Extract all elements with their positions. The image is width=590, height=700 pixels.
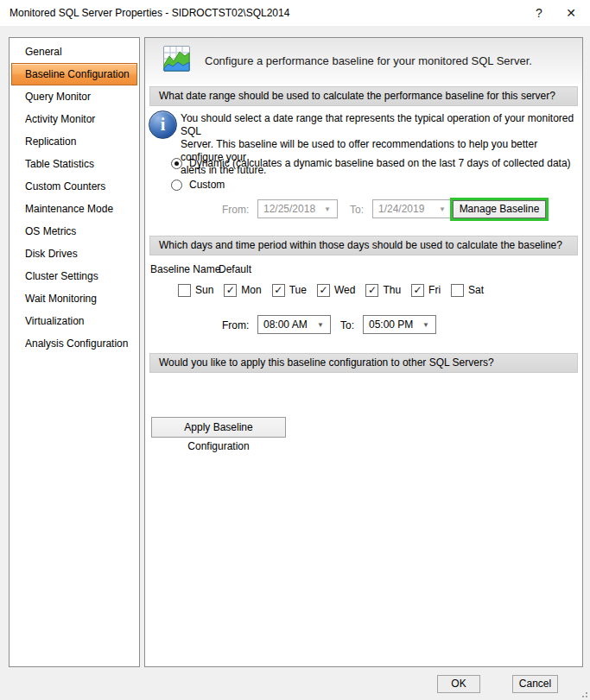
mon-checkbox-label[interactable]: Mon [241,284,261,296]
help-button[interactable]: ? [529,0,549,26]
sidebar-item-label: Wait Monitoring [25,293,97,305]
sidebar-item-activity-monitor[interactable]: Activity Monitor [11,108,137,130]
day-mon: Mon [224,284,261,297]
radio-row-dynamic: Dynamic (calculates a dynamic baseline b… [171,156,571,170]
baseline-configuration-panel: Configure a performance baseline for you… [144,37,583,667]
time-to-value: 05:00 PM [369,318,413,331]
green-highlight-box: Manage Baseline [450,198,549,221]
date-from-label: From: [222,200,249,219]
apply-section-heading: Would you like to apply this baseline co… [149,353,578,373]
sidebar-item-label: Analysis Configuration [25,337,128,350]
thu-checkbox-label[interactable]: Thu [383,284,401,296]
date-to-value: 1/24/2019 [378,203,424,215]
sidebar-item-wait-monitoring[interactable]: Wait Monitoring [11,287,137,310]
sidebar-item-virtualization[interactable]: Virtualization [11,310,137,332]
sidebar-item-label: Table Statistics [25,158,94,170]
sidebar-item-baseline-configuration[interactable]: Baseline Configuration [11,63,137,85]
custom-radio[interactable] [171,180,182,191]
panel-header: Configure a performance baseline for you… [145,38,582,84]
sidebar-item-label: Maintenance Mode [25,203,113,215]
info-text-line: You should select a date range that repr… [181,112,582,138]
day-sun: Sun [178,284,213,297]
time-to-dropdown[interactable]: 05:00 PM ▼ [363,315,436,334]
sidebar-item-replication[interactable]: Replication [11,130,137,153]
custom-radio-label[interactable]: Custom [189,179,225,191]
day-fri: Fri [411,284,441,297]
days-checkbox-row: Sun Mon Tue Wed Thu Fri Sat [178,283,484,297]
fri-checkbox-label[interactable]: Fri [428,284,441,296]
date-to-dropdown: 1/24/2019 ▼ [372,199,453,218]
time-to-label: To: [340,316,354,335]
sidebar-item-query-monitor[interactable]: Query Monitor [11,85,137,108]
time-from-label: From: [222,316,249,335]
performance-chart-icon [162,45,193,75]
sidebar-item-label: Disk Drives [25,248,78,260]
sidebar-item-label: Activity Monitor [25,113,95,125]
title-bar: Monitored SQL Server Properties - SIDROC… [0,0,590,26]
time-from-value: 08:00 AM [263,318,308,331]
sidebar-item-maintenance-mode[interactable]: Maintenance Mode [11,198,137,220]
date-from-value: 12/25/2018 [263,203,315,215]
sidebar-item-label: Query Monitor [25,91,91,103]
ok-button[interactable]: OK [437,675,480,693]
date-from-dropdown: 12/25/2018 ▼ [257,199,338,218]
cancel-button[interactable]: Cancel [512,675,558,693]
sidebar-item-general[interactable]: General [11,41,137,63]
sidebar-item-analysis-configuration[interactable]: Analysis Configuration [11,332,137,355]
sidebar-item-label: Baseline Configuration [25,68,130,80]
close-button[interactable]: ✕ [560,0,582,26]
radio-row-custom: Custom [171,178,225,192]
chevron-down-icon: ▼ [317,322,324,329]
panel-title: Configure a performance baseline for you… [205,38,532,84]
sidebar-item-disk-drives[interactable]: Disk Drives [11,243,137,265]
sun-checkbox-label[interactable]: Sun [195,284,213,296]
sat-checkbox-label[interactable]: Sat [468,284,484,296]
sidebar-item-label: Custom Counters [25,180,105,192]
sidebar-item-label: OS Metrics [25,225,76,237]
days-section-heading: Which days and time period within those … [149,236,578,255]
sidebar-item-table-statistics[interactable]: Table Statistics [11,153,137,175]
mon-checkbox[interactable] [224,284,237,297]
thu-checkbox[interactable] [365,284,378,297]
sidebar-item-label: Cluster Settings [25,270,98,282]
chevron-down-icon: ▼ [439,206,446,213]
day-thu: Thu [365,284,401,297]
dynamic-radio-label[interactable]: Dynamic (calculates a dynamic baseline b… [189,157,571,169]
sidebar-item-cluster-settings[interactable]: Cluster Settings [11,265,137,287]
dynamic-radio[interactable] [171,158,182,169]
info-icon: i [149,110,177,139]
sidebar-item-label: Virtualization [25,315,84,327]
baseline-name-value: Default [219,263,251,275]
settings-nav-list: General Baseline Configuration Query Mon… [9,37,140,667]
tue-checkbox-label[interactable]: Tue [289,284,307,296]
window-title: Monitored SQL Server Properties - SIDROC… [10,0,289,26]
apply-baseline-configuration-button[interactable]: Apply Baseline Configuration [151,417,286,438]
baseline-name-label: Baseline Name [150,263,220,275]
date-range-section-heading: What date range should be used to calcul… [149,86,578,106]
wed-checkbox[interactable] [317,284,330,297]
date-to-label: To: [350,200,364,219]
chevron-down-icon: ▼ [324,206,331,213]
day-sat: Sat [451,284,484,297]
resize-grip[interactable] [580,690,588,698]
sidebar-item-custom-counters[interactable]: Custom Counters [11,175,137,198]
time-from-dropdown[interactable]: 08:00 AM ▼ [257,315,331,334]
fri-checkbox[interactable] [411,284,424,297]
sidebar-item-label: General [25,46,62,58]
sidebar-item-os-metrics[interactable]: OS Metrics [11,220,137,243]
wed-checkbox-label[interactable]: Wed [334,284,355,296]
sidebar-item-label: Replication [25,136,76,148]
dialog-window: { "window": { "title": "Monitored SQL Se… [0,0,590,700]
sat-checkbox[interactable] [451,284,464,297]
manage-baseline-button[interactable]: Manage Baseline [453,200,546,218]
chevron-down-icon: ▼ [422,322,429,329]
day-tue: Tue [272,284,307,297]
tue-checkbox[interactable] [272,284,285,297]
day-wed: Wed [317,284,355,297]
sun-checkbox[interactable] [178,284,191,297]
